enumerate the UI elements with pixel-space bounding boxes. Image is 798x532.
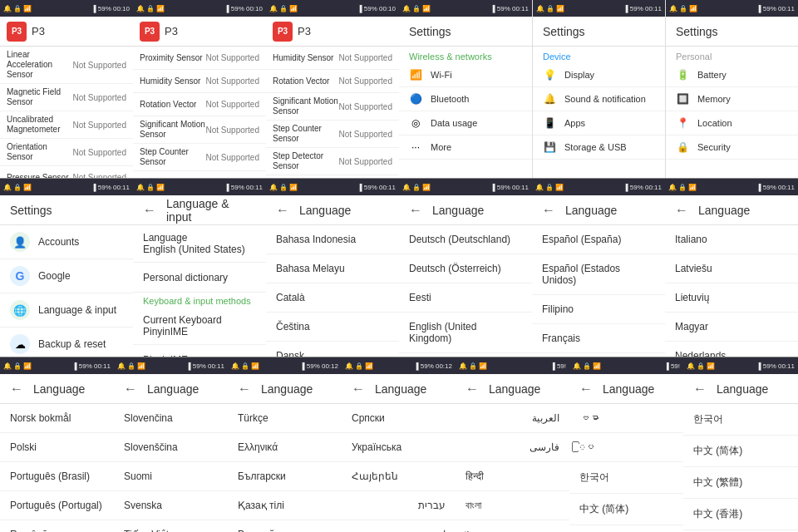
pinyin-item[interactable]: PinyinIME <box>133 345 266 357</box>
list-item[interactable]: Bahasa Indonesia <box>266 225 399 254</box>
back-arrow-b3[interactable]: ← <box>238 382 251 397</box>
google-item[interactable]: G Google <box>0 259 133 293</box>
list-item[interactable]: فارسی <box>456 433 569 462</box>
back-arrow-b6[interactable]: ← <box>579 382 593 397</box>
bluetooth-item[interactable]: 🔵 Bluetooth <box>399 87 532 111</box>
list-item[interactable]: Dansk <box>266 342 399 357</box>
list-item[interactable]: ไทย <box>456 520 569 532</box>
list-item[interactable]: English (United States) <box>399 353 532 357</box>
list-item: Linear Acceleration Sensor Not Supported <box>0 47 133 84</box>
back-arrow-b7[interactable]: ← <box>693 382 707 397</box>
lang-list-b6: ဗမာ ြပ 한국어 中文 (简体) 中文 (繁體) <box>569 404 683 532</box>
list-item[interactable]: Filipino <box>532 295 665 324</box>
list-item[interactable]: Español (Estados Unidos) <box>532 254 665 295</box>
display-item[interactable]: 💡 Display <box>533 63 665 87</box>
list-item[interactable]: Lietuvių <box>665 283 798 313</box>
accounts-label: Accounts <box>38 236 79 248</box>
settings-header-1: Settings <box>399 17 532 47</box>
list-item[interactable]: Türkçe <box>228 404 342 433</box>
memory-item[interactable]: 🔲 Memory <box>666 87 798 111</box>
list-item[interactable]: Eesti <box>399 283 532 313</box>
personal-section-header: Personal <box>666 47 798 63</box>
wifi-item[interactable]: 📶 Wi-Fi <box>399 63 532 87</box>
location-item[interactable]: 📍 Location <box>666 111 798 135</box>
list-item[interactable]: Deutsch (Deutschland) <box>399 225 532 254</box>
security-item[interactable]: 🔒 Security <box>666 135 798 160</box>
list-item[interactable]: Српски <box>342 404 456 433</box>
list-item[interactable]: Suomi <box>114 462 228 491</box>
list-item[interactable]: ဗမာ <box>569 404 683 433</box>
more-item[interactable]: ··· More <box>399 135 532 160</box>
back-arrow-5[interactable]: ← <box>675 203 688 218</box>
back-arrow-b2[interactable]: ← <box>124 382 137 397</box>
list-item[interactable]: 中文 (香港) <box>683 499 798 530</box>
list-item[interactable]: Latviešu <box>665 254 798 283</box>
back-arrow-b1[interactable]: ← <box>10 382 23 397</box>
list-item[interactable]: Slovenčina <box>114 404 228 433</box>
list-item[interactable]: العربية <box>456 404 569 433</box>
settings-accounts-panel: 🔔 🔒 📶 ▐ 59% 00:11 Settings 👤 Accounts G … <box>0 179 133 357</box>
list-item[interactable]: Русский <box>228 520 342 532</box>
language-item[interactable]: Language English (United States) <box>133 225 266 263</box>
list-item[interactable]: Hrvatski <box>532 353 665 357</box>
current-keyboard-item[interactable]: Current Keyboard PinyinIME <box>133 308 266 345</box>
list-item[interactable]: বাংলা <box>456 491 569 520</box>
personal-dict-item[interactable]: Personal dictionary <box>133 263 266 293</box>
back-arrow-2[interactable]: ← <box>276 203 289 218</box>
list-item[interactable]: Português (Portugal) <box>0 491 114 520</box>
list-item[interactable]: 한국어 <box>569 462 683 494</box>
list-item[interactable]: Svenska <box>114 491 228 520</box>
list-item[interactable]: Български <box>228 462 342 491</box>
list-item: Step Detector Sensor Not Supported <box>266 148 399 175</box>
list-item[interactable]: اردو <box>342 520 456 532</box>
list-item[interactable]: Română <box>0 520 114 532</box>
list-item[interactable]: Português (Brasil) <box>0 462 114 491</box>
lang-header-b6: ← Language <box>569 374 683 404</box>
list-item[interactable]: Français <box>532 324 665 353</box>
accounts-item[interactable]: 👤 Accounts <box>0 225 133 259</box>
list-item[interactable]: Català <box>266 283 399 313</box>
data-usage-item[interactable]: ◎ Data usage <box>399 111 532 135</box>
list-item[interactable]: Magyar <box>665 313 798 342</box>
status-bar-b7: 🔔 🔒 📶 ▐ 59% 00:11 <box>683 357 798 374</box>
display-label: Display <box>564 70 594 80</box>
back-arrow-b5[interactable]: ← <box>466 382 479 397</box>
list-item[interactable]: Українська <box>342 433 456 462</box>
list-item[interactable]: Slovenščina <box>114 433 228 462</box>
apps-item[interactable]: 📱 Apps <box>533 111 665 135</box>
list-item[interactable]: ြပ <box>569 433 683 462</box>
list-item[interactable]: Italiano <box>665 225 798 254</box>
list-item[interactable]: हिन्दी <box>456 462 569 491</box>
list-item[interactable]: Tiếng Việt <box>114 520 228 532</box>
status-bar-3: 🔔 🔒 📶 ▐ 59% 00:10 <box>266 0 399 17</box>
list-item[interactable]: 한국어 <box>683 404 798 436</box>
list-item[interactable]: 中文 (简体) <box>683 436 798 467</box>
list-item[interactable]: Čeština <box>266 313 399 342</box>
back-arrow-1[interactable]: ← <box>143 203 156 218</box>
list-item[interactable]: Deutsch (Österreich) <box>399 254 532 283</box>
sound-item[interactable]: 🔔 Sound & notification <box>533 87 665 111</box>
language-input-item[interactable]: 🌐 Language & input <box>0 293 133 328</box>
list-item[interactable]: Հայերեն <box>342 462 456 491</box>
backup-item[interactable]: ☁ Backup & reset <box>0 328 133 357</box>
list-item[interactable]: Bahasa Melayu <box>266 254 399 283</box>
list-item[interactable]: Nederlands <box>665 342 798 357</box>
status-bar-b5: 🔔 🔒 📶 ▐ 59! <box>456 357 569 374</box>
list-item[interactable]: Ελληνικά <box>228 433 342 462</box>
list-item[interactable]: Norsk bokmål <box>0 404 114 433</box>
back-arrow-3[interactable]: ← <box>409 203 422 218</box>
back-arrow-b4[interactable]: ← <box>352 382 365 397</box>
list-item[interactable]: Қазақ тілі <box>228 491 342 520</box>
list-item[interactable]: Polski <box>0 433 114 462</box>
list-item[interactable]: 中文 (繁體) <box>569 525 683 532</box>
battery-item[interactable]: 🔋 Battery <box>666 63 798 87</box>
list-item[interactable]: 中文 (简体) <box>569 494 683 525</box>
list-item[interactable]: English (United Kingdom) <box>399 313 532 353</box>
list-item[interactable]: עברית <box>342 491 456 520</box>
storage-item[interactable]: 💾 Storage & USB <box>533 135 665 160</box>
back-arrow-4[interactable]: ← <box>542 203 555 218</box>
lang-list-b5: العربية فارسی हिन्दी বাংলা ไทย <box>456 404 569 532</box>
settings-wireless-col: 🔔 🔒 📶 ▐ 59% 00:11 Settings Wireless & ne… <box>399 0 532 178</box>
list-item[interactable]: 中文 (繁體) <box>683 467 798 499</box>
list-item[interactable]: Español (España) <box>532 225 665 254</box>
